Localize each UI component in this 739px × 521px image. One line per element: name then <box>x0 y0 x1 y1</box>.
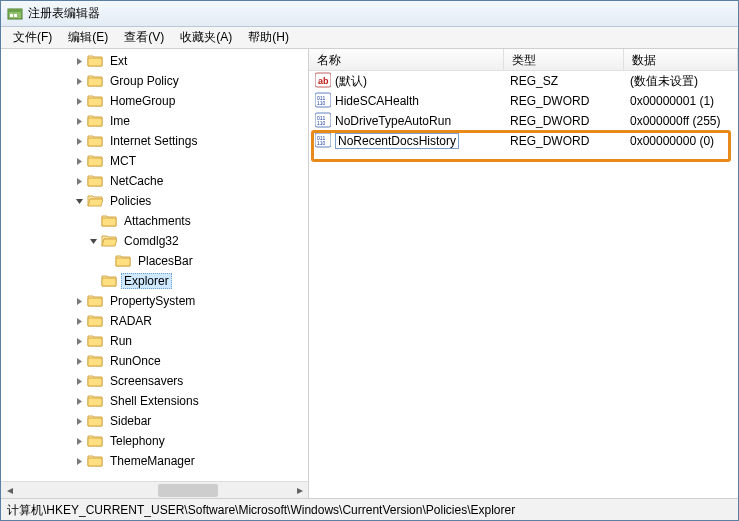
tree-item[interactable]: Explorer <box>3 271 308 291</box>
column-name[interactable]: 名称 <box>309 49 504 70</box>
menu-file[interactable]: 文件(F) <box>5 27 60 48</box>
tree-item[interactable]: Run <box>3 331 308 351</box>
expand-icon[interactable] <box>73 435 85 447</box>
tree-item-label[interactable]: Comdlg32 <box>121 233 182 249</box>
tree-item[interactable]: Telephony <box>3 431 308 451</box>
value-type: REG_DWORD <box>504 114 624 128</box>
value-row[interactable]: HideSCAHealthREG_DWORD0x00000001 (1) <box>309 91 738 111</box>
collapse-icon[interactable] <box>73 195 85 207</box>
tree-item[interactable]: Ime <box>3 111 308 131</box>
tree-pane[interactable]: ExtGroup PolicyHomeGroupImeInternet Sett… <box>1 49 309 498</box>
value-type: REG_DWORD <box>504 134 624 148</box>
folder-icon <box>87 453 107 470</box>
folder-icon <box>87 53 107 70</box>
column-data[interactable]: 数据 <box>624 49 738 70</box>
tree-item-label[interactable]: RADAR <box>107 313 155 329</box>
scroll-left-button[interactable]: ◂ <box>1 482 18 498</box>
tree-item[interactable]: Sidebar <box>3 411 308 431</box>
tree-item[interactable]: MCT <box>3 151 308 171</box>
tree-item[interactable]: Screensavers <box>3 371 308 391</box>
expand-icon[interactable] <box>73 355 85 367</box>
tree-item[interactable]: RunOnce <box>3 351 308 371</box>
expand-icon[interactable] <box>73 415 85 427</box>
folder-icon <box>101 233 121 250</box>
window-title: 注册表编辑器 <box>28 5 100 22</box>
folder-icon <box>87 113 107 130</box>
tree-item[interactable]: PlacesBar <box>3 251 308 271</box>
tree-item-label[interactable]: PlacesBar <box>135 253 196 269</box>
expand-icon[interactable] <box>73 335 85 347</box>
tree-item[interactable]: Policies <box>3 191 308 211</box>
value-row[interactable]: NoRecentDocsHistoryREG_DWORD0x00000000 (… <box>309 131 738 151</box>
expand-icon[interactable] <box>73 395 85 407</box>
folder-icon <box>101 273 121 290</box>
menu-edit[interactable]: 编辑(E) <box>60 27 116 48</box>
expand-icon[interactable] <box>73 75 85 87</box>
expand-icon[interactable] <box>73 155 85 167</box>
value-row[interactable]: NoDriveTypeAutoRunREG_DWORD0x000000ff (2… <box>309 111 738 131</box>
value-row[interactable]: (默认)REG_SZ(数值未设置) <box>309 71 738 91</box>
menu-favorites[interactable]: 收藏夹(A) <box>172 27 240 48</box>
tree-item-label[interactable]: NetCache <box>107 173 166 189</box>
tree-item[interactable]: ThemeManager <box>3 451 308 471</box>
expand-icon[interactable] <box>73 175 85 187</box>
tree-item-label[interactable]: Shell Extensions <box>107 393 202 409</box>
folder-icon <box>87 73 107 90</box>
svg-rect-1 <box>8 9 22 12</box>
tree-item-label[interactable]: Ext <box>107 53 130 69</box>
column-type[interactable]: 类型 <box>504 49 624 70</box>
tree-item-label[interactable]: Explorer <box>121 273 172 289</box>
tree-item-label[interactable]: ThemeManager <box>107 453 198 469</box>
tree-item[interactable]: Shell Extensions <box>3 391 308 411</box>
tree-item-label[interactable]: Screensavers <box>107 373 186 389</box>
folder-icon <box>87 133 107 150</box>
expand-icon[interactable] <box>73 135 85 147</box>
tree-item-label[interactable]: Ime <box>107 113 133 129</box>
scroll-right-button[interactable]: ▸ <box>291 482 308 498</box>
tree-item-label[interactable]: PropertySystem <box>107 293 198 309</box>
tree-item-label[interactable]: Attachments <box>121 213 194 229</box>
menu-view[interactable]: 查看(V) <box>116 27 172 48</box>
expand-icon[interactable] <box>73 295 85 307</box>
value-name: NoDriveTypeAutoRun <box>335 114 451 128</box>
tree-item[interactable]: HomeGroup <box>3 91 308 111</box>
tree-item-label[interactable]: Group Policy <box>107 73 182 89</box>
tree-item-label[interactable]: MCT <box>107 153 139 169</box>
expand-icon[interactable] <box>73 455 85 467</box>
folder-icon <box>87 353 107 370</box>
expand-icon[interactable] <box>73 95 85 107</box>
folder-icon <box>87 173 107 190</box>
expand-icon[interactable] <box>73 115 85 127</box>
tree-item-label[interactable]: RunOnce <box>107 353 164 369</box>
tree-item-label[interactable]: Run <box>107 333 135 349</box>
tree-item-label[interactable]: Telephony <box>107 433 168 449</box>
tree-horizontal-scrollbar[interactable]: ◂ ▸ <box>1 481 308 498</box>
binary-value-icon <box>315 132 335 151</box>
menu-help[interactable]: 帮助(H) <box>240 27 297 48</box>
tree-item-label[interactable]: Policies <box>107 193 154 209</box>
tree-item[interactable]: RADAR <box>3 311 308 331</box>
value-name[interactable]: NoRecentDocsHistory <box>335 133 459 149</box>
tree-item[interactable]: Comdlg32 <box>3 231 308 251</box>
expand-icon[interactable] <box>73 375 85 387</box>
tree-item[interactable]: Ext <box>3 51 308 71</box>
value-data: 0x00000001 (1) <box>624 94 738 108</box>
list-header: 名称 类型 数据 <box>309 49 738 71</box>
expand-icon[interactable] <box>73 55 85 67</box>
value-name: (默认) <box>335 73 367 90</box>
tree-item[interactable]: Group Policy <box>3 71 308 91</box>
collapse-icon[interactable] <box>87 235 99 247</box>
tree-item[interactable]: Attachments <box>3 211 308 231</box>
tree-item-label[interactable]: HomeGroup <box>107 93 178 109</box>
tree-item-label[interactable]: Sidebar <box>107 413 154 429</box>
scroll-thumb[interactable] <box>158 484 218 497</box>
folder-icon <box>87 433 107 450</box>
tree-item[interactable]: NetCache <box>3 171 308 191</box>
tree-item[interactable]: PropertySystem <box>3 291 308 311</box>
list-pane[interactable]: 名称 类型 数据 (默认)REG_SZ(数值未设置)HideSCAHealthR… <box>309 49 738 498</box>
tree-item[interactable]: Internet Settings <box>3 131 308 151</box>
value-name: HideSCAHealth <box>335 94 419 108</box>
folder-icon <box>87 333 107 350</box>
tree-item-label[interactable]: Internet Settings <box>107 133 200 149</box>
expand-icon[interactable] <box>73 315 85 327</box>
